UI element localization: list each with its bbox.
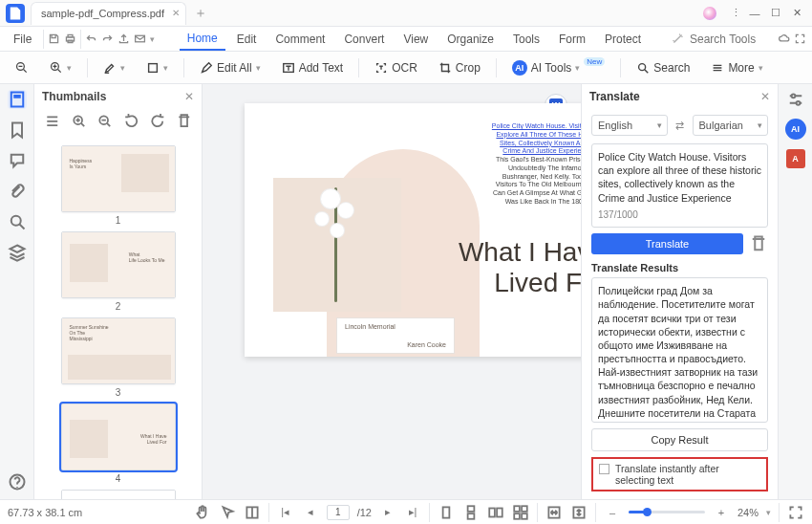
- continuous-page-icon[interactable]: [462, 504, 480, 521]
- thumb-2[interactable]: WhatLife Looks To Me2: [61, 231, 176, 312]
- maximize-button[interactable]: ☐: [766, 4, 785, 23]
- note-bottom: Karen Cooke: [345, 341, 446, 348]
- single-page-icon[interactable]: [438, 504, 455, 521]
- settings-rail-icon[interactable]: [786, 90, 805, 109]
- fit-page-icon[interactable]: [570, 504, 588, 521]
- copy-result-button[interactable]: Copy Result: [591, 428, 768, 451]
- app-rail-icon[interactable]: A: [786, 149, 805, 168]
- brand-orb-icon[interactable]: [703, 7, 716, 20]
- expand-icon[interactable]: [794, 29, 806, 50]
- search-button[interactable]: Search: [630, 58, 695, 77]
- read-mode-icon[interactable]: [244, 504, 261, 521]
- share-icon[interactable]: [118, 29, 130, 50]
- tab-organize[interactable]: Organize: [439, 29, 502, 50]
- hand-tool-icon[interactable]: [194, 504, 211, 521]
- thumb-delete-icon[interactable]: [176, 112, 193, 131]
- comment-rail-icon[interactable]: [8, 151, 27, 170]
- tab-protect[interactable]: Protect: [597, 29, 649, 50]
- tab-view[interactable]: View: [395, 29, 436, 50]
- help-rail-icon[interactable]: [8, 472, 27, 491]
- next-page-icon[interactable]: ▸: [379, 504, 396, 521]
- target-language-select[interactable]: Bulgarian: [693, 115, 769, 136]
- page-canvas[interactable]: W Lincoln Memorial Karen Cooke Police Ci…: [203, 84, 581, 499]
- ocr-button[interactable]: OCR: [369, 58, 423, 77]
- thumb-3[interactable]: Summer SunshineOn TheMississippi3: [61, 317, 176, 398]
- chevron-down-icon[interactable]: ▾: [150, 34, 155, 44]
- zoom-in-status-icon[interactable]: +: [713, 504, 730, 521]
- source-text-box[interactable]: Police City Watch House. Visitors can ex…: [591, 143, 768, 228]
- save-icon[interactable]: [48, 29, 60, 50]
- add-text-button[interactable]: Add Text: [276, 58, 349, 77]
- new-tab-button[interactable]: ＋: [194, 5, 207, 22]
- thumb-5[interactable]: 🌺🌼5: [61, 490, 176, 499]
- zoom-in-button[interactable]: ▾: [44, 58, 77, 77]
- crop-button[interactable]: Crop: [433, 58, 486, 77]
- zoom-out-status-icon[interactable]: –: [604, 504, 621, 521]
- tab-tools[interactable]: Tools: [505, 29, 547, 50]
- attachment-rail-icon[interactable]: [8, 182, 27, 201]
- zoom-slider[interactable]: [629, 511, 705, 513]
- search-tools[interactable]: [666, 32, 770, 47]
- thumb-list-icon[interactable]: [44, 112, 61, 131]
- undo-icon[interactable]: [85, 29, 97, 50]
- source-language-select[interactable]: English: [591, 115, 668, 136]
- prev-page-icon[interactable]: ◂: [302, 504, 319, 521]
- right-rail: AI A: [778, 84, 812, 499]
- ocr-label: OCR: [392, 61, 417, 75]
- edit-all-button[interactable]: Edit All▾: [194, 58, 267, 77]
- more-button[interactable]: More▾: [705, 58, 768, 77]
- instant-checkbox[interactable]: [599, 464, 609, 474]
- highlight-button[interactable]: ▾: [97, 58, 131, 77]
- zoom-out-button[interactable]: [10, 58, 34, 77]
- delete-icon[interactable]: [749, 234, 768, 253]
- two-page-icon[interactable]: [487, 504, 504, 521]
- close-window-button[interactable]: ✕: [787, 4, 806, 23]
- tab-comment[interactable]: Comment: [267, 29, 332, 50]
- close-translate-icon[interactable]: ✕: [760, 90, 770, 103]
- side-link-4: Crime And Justice Experience.: [491, 147, 581, 156]
- thumb-zoomin-icon[interactable]: [71, 112, 88, 131]
- fullscreen-icon[interactable]: [787, 504, 804, 521]
- document-tab[interactable]: sample-pdf_Compress.pdf ✕: [31, 2, 186, 25]
- translate-button[interactable]: Translate: [591, 233, 743, 254]
- tab-form[interactable]: Form: [551, 29, 593, 50]
- search-rail-icon[interactable]: [8, 212, 27, 231]
- thumb-4[interactable]: What I HaveLived For4: [61, 404, 176, 484]
- ai-tools-button[interactable]: AI AI Tools▾ New: [506, 57, 610, 78]
- thumb-rotate-right-icon[interactable]: [149, 112, 166, 131]
- zoom-dropdown-icon[interactable]: ▾: [766, 508, 771, 517]
- select-tool-icon[interactable]: [219, 504, 236, 521]
- toolbar: ▾ ▾ ▾ Edit All▾ Add Text OCR Crop AI AI …: [0, 52, 812, 84]
- thumb-1[interactable]: HappinessIs Yours1: [61, 145, 176, 226]
- bookmark-rail-icon[interactable]: [8, 120, 27, 140]
- minimize-button[interactable]: —: [745, 4, 764, 23]
- cloud-icon[interactable]: [778, 29, 790, 50]
- page-input[interactable]: [327, 505, 350, 520]
- close-thumbnails-icon[interactable]: ✕: [184, 90, 194, 103]
- fit-width-icon[interactable]: [545, 504, 563, 521]
- tab-edit[interactable]: Edit: [229, 29, 265, 50]
- search-tools-input[interactable]: [688, 32, 764, 47]
- two-page-scroll-icon[interactable]: [512, 504, 529, 521]
- shape-button[interactable]: ▾: [140, 58, 174, 77]
- swap-languages-icon[interactable]: ⇄: [672, 120, 689, 132]
- redo-icon[interactable]: [101, 29, 114, 50]
- tab-home[interactable]: Home: [180, 28, 225, 51]
- kebab-menu-icon[interactable]: ⋮: [726, 4, 745, 23]
- instant-translate-option[interactable]: Translate instantly after selecting text: [591, 457, 768, 491]
- layers-rail-icon[interactable]: [8, 243, 27, 262]
- result-text-box[interactable]: Полицейски град Дом за наблюдение. Посет…: [591, 277, 768, 423]
- first-page-icon[interactable]: |◂: [277, 504, 294, 521]
- tab-convert[interactable]: Convert: [336, 29, 392, 50]
- file-menu[interactable]: File: [6, 29, 39, 50]
- svg-rect-10: [13, 95, 21, 98]
- thumb-rotate-left-icon[interactable]: [123, 112, 140, 131]
- page-title: What I Have Lived For: [459, 237, 581, 298]
- last-page-icon[interactable]: ▸|: [404, 504, 421, 521]
- close-tab-icon[interactable]: ✕: [172, 8, 180, 18]
- thumb-zoomout-icon[interactable]: [96, 112, 114, 131]
- ai-rail-icon[interactable]: AI: [785, 119, 806, 140]
- print-icon[interactable]: [64, 29, 76, 50]
- mail-icon[interactable]: [134, 29, 146, 50]
- thumbnails-rail-icon[interactable]: [8, 90, 27, 109]
